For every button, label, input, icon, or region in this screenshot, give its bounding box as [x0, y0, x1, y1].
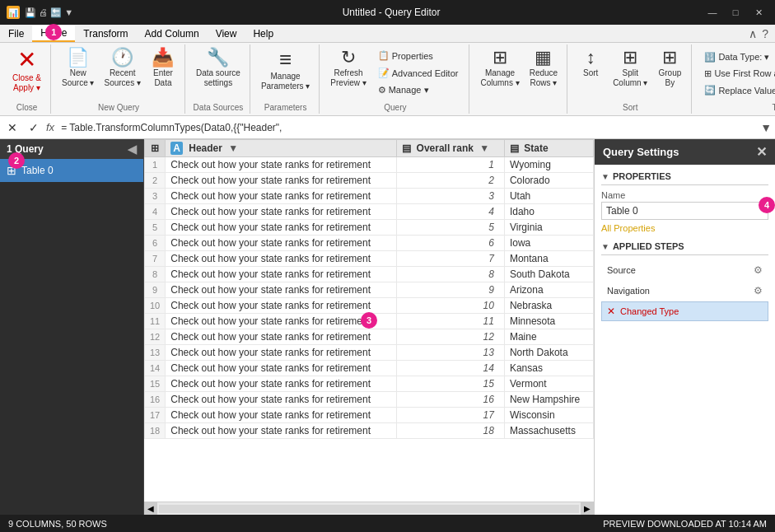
annotation-4: 4: [759, 197, 775, 213]
group-by-button[interactable]: ⊞ GroupBy: [653, 46, 686, 91]
menu-help[interactable]: Help: [245, 26, 282, 41]
step-gear-icon[interactable]: ⚙: [754, 264, 763, 276]
cell-header: Check out how your state ranks for retir…: [166, 298, 397, 314]
cell-rank: 1: [397, 157, 505, 173]
maximize-button[interactable]: □: [726, 6, 745, 19]
name-prop-label: Name: [601, 190, 768, 200]
group-by-label: GroupBy: [658, 68, 681, 88]
split-column-label: SplitColumn ▾: [613, 68, 647, 88]
refresh-preview-button[interactable]: ↻ RefreshPreview ▾: [326, 46, 370, 91]
cell-state: Arizona: [504, 282, 593, 298]
reduce-rows-icon: ▦: [535, 49, 552, 67]
table-row: 12 Check out how your state ranks for re…: [145, 329, 594, 345]
menu-file[interactable]: File: [0, 26, 32, 41]
group-by-icon: ⊞: [662, 49, 677, 67]
col-rank-filter[interactable]: ▼: [479, 142, 489, 154]
table0-query-item[interactable]: ⊞ Table 0 2: [0, 159, 143, 182]
replace-values-label: Replace Values: [718, 86, 775, 96]
sort-label: Sort: [583, 68, 598, 78]
col-state-filter-icon[interactable]: ▤: [510, 142, 519, 154]
use-first-row-button[interactable]: ⊞ Use First Row as Headers ▾: [698, 66, 775, 82]
ribbon: ✕ Close &Apply ▾ Close 📄 NewSource ▾ 🕐 R…: [0, 43, 775, 116]
enter-data-label: EnterData: [153, 68, 173, 88]
col-header-icon: A: [170, 142, 183, 155]
horizontal-scrollbar[interactable]: ◀ ▶: [144, 502, 594, 515]
table0-label: Table 0: [21, 165, 54, 176]
cell-state: Montana: [504, 251, 593, 267]
all-properties-link[interactable]: All Properties: [601, 223, 768, 233]
formula-confirm-button[interactable]: ✓: [25, 119, 43, 137]
sort-button[interactable]: ↕ Sort: [574, 46, 607, 81]
table-row: 6 Check out how your state ranks for ret…: [145, 236, 594, 251]
query-settings-close-button[interactable]: ✕: [756, 144, 767, 160]
table-row: 16 Check out how your state ranks for re…: [145, 392, 594, 408]
scroll-left-button[interactable]: ◀: [144, 502, 157, 516]
applied-steps-section-header: ▼ APPLIED STEPS: [601, 241, 768, 255]
manage-columns-button[interactable]: ⊞ ManageColumns ▾: [476, 46, 523, 91]
scroll-right-button[interactable]: ▶: [581, 502, 594, 516]
properties-button[interactable]: 📋 Properties: [372, 48, 465, 63]
manage-button[interactable]: ⚙ Manage ▾: [372, 82, 465, 98]
formula-expand-button[interactable]: ▼: [760, 121, 772, 134]
parameters-buttons: ≡ ManageParameters ▾: [257, 46, 314, 101]
reduce-rows-button[interactable]: ▦ ReduceRows ▾: [525, 46, 562, 91]
cell-header: Check out how your state ranks for retir…: [166, 267, 397, 282]
menu-home[interactable]: Home 1: [32, 26, 75, 42]
step-item[interactable]: ✕ Changed Type: [601, 301, 768, 321]
new-source-button[interactable]: 📄 NewSource ▾: [58, 46, 98, 91]
cell-rank: 6: [397, 236, 505, 251]
ribbon-group-close: ✕ Close &Apply ▾ Close: [3, 44, 51, 114]
formula-cancel-button[interactable]: ✕: [3, 119, 21, 137]
step-item[interactable]: Source ⚙: [601, 260, 768, 280]
close-window-button[interactable]: ✕: [749, 6, 768, 19]
step-item[interactable]: Navigation ⚙: [601, 281, 768, 301]
cell-header: Check out how your state ranks for retir…: [166, 423, 397, 439]
cell-rownum: 8: [145, 267, 166, 282]
cell-header: Check out how your state ranks for retir…: [166, 314, 397, 329]
menu-view[interactable]: View: [208, 26, 245, 41]
step-gear-icon[interactable]: ⚙: [754, 285, 763, 296]
cell-rownum: 14: [145, 361, 166, 376]
enter-data-button[interactable]: 📥 EnterData: [147, 46, 180, 91]
cell-header: Check out how your state ranks for retir…: [166, 157, 397, 173]
menu-transform[interactable]: Transform: [75, 26, 136, 41]
manage-parameters-button[interactable]: ≡ ManageParameters ▾: [257, 46, 314, 94]
data-source-settings-button[interactable]: 🔧 Data sourcesettings: [192, 46, 245, 91]
table-row: 4 Check out how your state ranks for ret…: [145, 204, 594, 220]
table-row: 11 Check out how your state ranks for re…: [145, 314, 594, 329]
cell-rank: 15: [397, 376, 505, 392]
panel-collapse-button[interactable]: ◀: [128, 142, 137, 156]
recent-sources-label: RecentSources ▾: [104, 68, 140, 88]
col-filter-icon[interactable]: ▤: [402, 142, 411, 154]
advanced-editor-button[interactable]: 📝 Advanced Editor: [372, 65, 465, 81]
cell-header: Check out how your state ranks for retir…: [166, 329, 397, 345]
col-header-filter[interactable]: ▼: [228, 142, 238, 154]
app-icon: 📊: [7, 6, 20, 19]
menu-add-column[interactable]: Add Column: [137, 26, 208, 41]
split-column-button[interactable]: ⊞ SplitColumn ▾: [609, 46, 651, 91]
name-prop-input[interactable]: [601, 202, 768, 220]
data-table-wrapper[interactable]: 3 ⊞ A Header ▼ ▤ Overall rank ▼: [144, 139, 594, 502]
cell-rank: 8: [397, 267, 505, 282]
close-apply-button[interactable]: ✕ Close &Apply ▾: [8, 46, 45, 96]
table-row: 1 Check out how your state ranks for ret…: [145, 157, 594, 173]
cell-state: Nebraska: [504, 298, 593, 314]
scrollbar-track[interactable]: [159, 505, 579, 513]
replace-values-button[interactable]: 🔄 Replace Values: [698, 82, 775, 98]
main-layout: 1 Query ◀ ⊞ Table 0 2 3 ⊞ A Header ▼: [0, 139, 775, 515]
cell-header: Check out how your state ranks for retir…: [166, 282, 397, 298]
manage-columns-icon: ⊞: [493, 49, 507, 67]
cell-header: Check out how your state ranks for retir…: [166, 173, 397, 189]
recent-sources-button[interactable]: 🕐 RecentSources ▾: [100, 46, 144, 91]
cell-rank: 9: [397, 282, 505, 298]
ribbon-collapse-button[interactable]: ∧: [749, 27, 757, 40]
cell-state: Iowa: [504, 236, 593, 251]
data-type-button[interactable]: 🔢 Data Type: ▾: [698, 49, 775, 65]
formula-input[interactable]: [61, 122, 757, 133]
help-icon[interactable]: ?: [762, 27, 768, 40]
cell-state: Utah: [504, 189, 593, 204]
status-columns-rows: 9 COLUMNS, 50 ROWS: [8, 519, 107, 529]
properties-label: Properties: [392, 51, 433, 61]
formula-controls: ✕ ✓ fx: [3, 119, 58, 137]
minimize-button[interactable]: —: [703, 6, 722, 19]
